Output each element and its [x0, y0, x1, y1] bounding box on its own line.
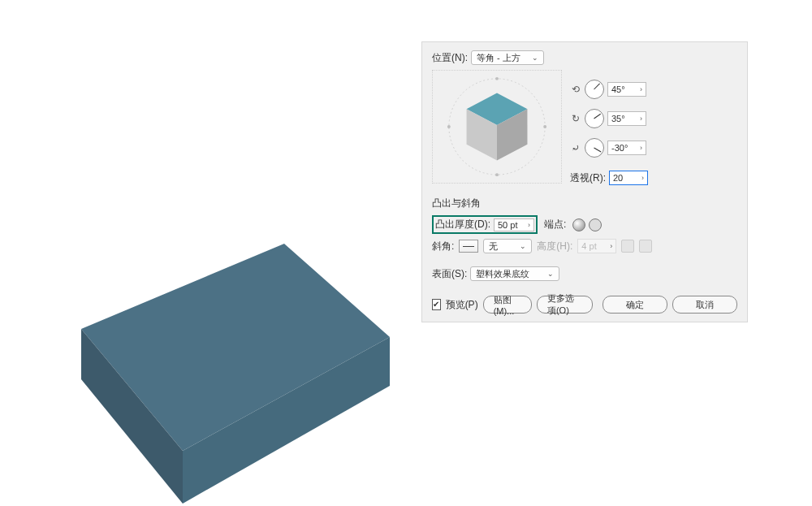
bevel-height-value: 4 pt [581, 241, 596, 251]
extrude-depth-highlight: 凸出厚度(D): 50 pt › [432, 215, 538, 234]
perspective-row: 透视(R): 20 › [570, 171, 648, 185]
bevel-height-label: 高度(H): [537, 240, 572, 253]
perspective-label: 透视(R): [570, 171, 606, 185]
cancel-button[interactable]: 取消 [672, 296, 737, 314]
rotation-x-row: ⟲ 45° › [570, 80, 648, 99]
rotation-z-row: ⤾ -30° › [570, 138, 648, 158]
rotation-x-value: 45° [611, 84, 625, 94]
cap-label: 端点: [544, 218, 566, 231]
map-art-label: 贴图(M)... [494, 294, 521, 316]
chevron-icon: › [640, 144, 642, 152]
chevron-icon: › [640, 85, 642, 93]
rotation-controls: ⟲ 45° › ↻ 35° › ⤾ -30° › [570, 70, 648, 185]
chevron-icon: › [640, 115, 642, 123]
bevel-shape-value: 无 [489, 240, 498, 253]
ok-label: 确定 [626, 299, 644, 311]
rotation-z-dial[interactable] [585, 138, 604, 158]
axis-y-icon: ↻ [570, 113, 581, 124]
cap-icons [572, 218, 602, 231]
rotation-x-input[interactable]: 45° › [607, 82, 646, 97]
svg-point-3 [495, 77, 499, 80]
bevel-out-icon [639, 240, 652, 253]
surface-row: 表面(S): 塑料效果底纹 ⌄ [432, 266, 737, 281]
bevel-height-input: 4 pt › [577, 239, 616, 253]
orientation-preview-block: ⟲ 45° › ↻ 35° › ⤾ -30° › [432, 70, 737, 185]
rotation-z-value: -30° [611, 143, 628, 153]
extrude-depth-row: 凸出厚度(D): 50 pt › 端点: [432, 215, 737, 234]
canvas-3d-preview [41, 231, 406, 506]
position-select[interactable]: 等角 - 上方 ⌄ [471, 50, 544, 65]
extrude-section-title: 凸出与斜角 [432, 197, 737, 210]
surface-label: 表面(S): [432, 267, 467, 281]
map-art-button[interactable]: 贴图(M)... [483, 296, 532, 314]
preview-checkbox[interactable]: ✔ [432, 299, 441, 310]
perspective-value: 20 [613, 173, 623, 183]
more-options-label: 更多选项(O) [547, 292, 582, 317]
more-options-button[interactable]: 更多选项(O) [537, 296, 593, 314]
axis-x-icon: ⟲ [570, 84, 581, 95]
bevel-row: 斜角: 无 ⌄ 高度(H): 4 pt › [432, 239, 737, 253]
rotation-y-row: ↻ 35° › [570, 109, 648, 128]
axis-z-icon: ⤾ [570, 142, 581, 154]
position-value: 等角 - 上方 [477, 52, 520, 64]
rotation-x-dial[interactable] [585, 80, 604, 99]
ok-button[interactable]: 确定 [603, 296, 667, 314]
cap-hollow-icon[interactable] [589, 218, 602, 231]
extrude-depth-label: 凸出厚度(D): [435, 218, 490, 231]
rotation-y-dial[interactable] [585, 109, 604, 128]
chevron-down-icon: ⌄ [532, 54, 538, 62]
extrude-depth-value: 50 pt [498, 220, 517, 230]
preview-checkbox-label[interactable]: 预览(P) [446, 298, 478, 312]
cap-solid-icon[interactable] [572, 218, 585, 231]
position-row: 位置(N): 等角 - 上方 ⌄ [432, 50, 737, 65]
cancel-label: 取消 [696, 299, 714, 311]
bevel-in-icon [621, 240, 634, 253]
chevron-icon: › [641, 174, 644, 182]
surface-value: 塑料效果底纹 [476, 268, 529, 280]
chevron-down-icon: ⌄ [547, 270, 554, 278]
chevron-icon: › [528, 221, 530, 229]
bevel-shape-preview[interactable] [459, 240, 478, 253]
chevron-down-icon: ⌄ [520, 242, 526, 250]
svg-point-4 [495, 173, 499, 176]
rotation-y-value: 35° [611, 114, 625, 123]
perspective-input[interactable]: 20 › [609, 171, 648, 185]
svg-point-1 [447, 125, 451, 128]
orientation-cube[interactable] [432, 70, 562, 184]
surface-select[interactable]: 塑料效果底纹 ⌄ [470, 266, 559, 281]
bevel-label: 斜角: [432, 240, 454, 253]
extrude-depth-input[interactable]: 50 pt › [494, 218, 534, 231]
chevron-icon: › [610, 242, 612, 250]
svg-point-2 [543, 125, 546, 128]
position-label: 位置(N): [432, 51, 468, 65]
extrude-bevel-dialog: 位置(N): 等角 - 上方 ⌄ ⟲ [421, 41, 748, 322]
dialog-button-row: ✔ 预览(P) 贴图(M)... 更多选项(O) 确定 取消 [432, 296, 737, 314]
rotation-y-input[interactable]: 35° › [607, 111, 646, 126]
bevel-select[interactable]: 无 ⌄ [483, 239, 532, 253]
rotation-z-input[interactable]: -30° › [607, 141, 646, 155]
